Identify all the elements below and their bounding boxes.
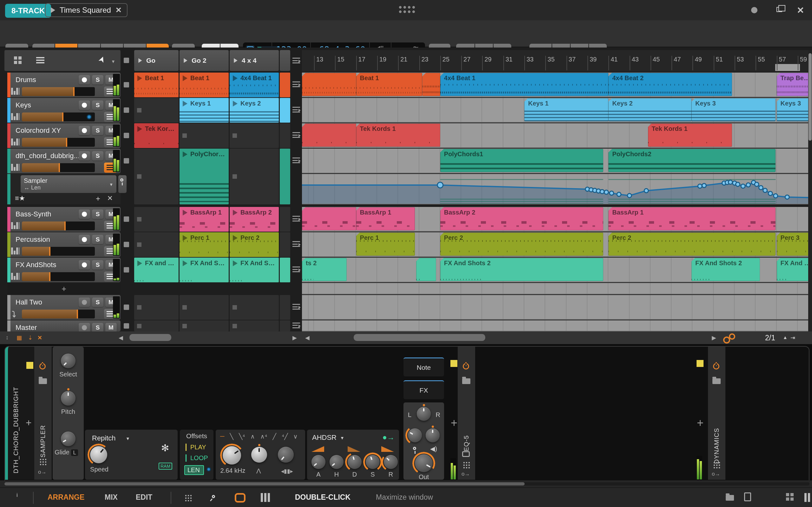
eq-display-toggle-icon[interactable] (462, 451, 470, 457)
add-device-button-2[interactable]: + (697, 416, 704, 430)
clip-slot[interactable] (134, 98, 179, 123)
track-volume-fader[interactable] (22, 112, 95, 121)
track-launcher-options-icon[interactable] (293, 132, 300, 138)
launcher-clip[interactable]: Perc 1 (180, 232, 229, 257)
file-panel-icon[interactable] (744, 493, 751, 501)
track-volume-fader[interactable] (22, 272, 95, 281)
clip-slot[interactable] (134, 232, 179, 257)
arranger-clip-keys-2[interactable]: Keys 2 (608, 98, 692, 121)
arranger-lane[interactable]: ts 2FX And Shots 2FX And Shots 2FX And S… (302, 258, 812, 282)
mixer-panel-icon[interactable] (804, 493, 811, 502)
arranger-clip-beat-1[interactable]: Beat 1 (356, 73, 422, 96)
clip-slot[interactable] (180, 320, 229, 331)
playback-mode-select[interactable]: Repitch (92, 434, 116, 442)
track-header-percussion[interactable]: PercussionSM (7, 232, 120, 257)
clip-stop-button[interactable] (124, 216, 129, 222)
track-header-drums[interactable]: DrumsSM (7, 72, 120, 97)
clip-slot[interactable] (280, 98, 290, 123)
track-solo-button[interactable]: S (92, 126, 103, 135)
dynamics-remote-icon[interactable] (713, 461, 720, 468)
ram-icon[interactable]: RAM (159, 463, 172, 469)
filter-bp-icon[interactable]: ∧ (251, 433, 255, 440)
ruler-bar-31[interactable]: 31 (503, 56, 513, 70)
track-header-bass-synth[interactable]: Bass-SynthSM (7, 207, 120, 232)
speed-knob[interactable] (90, 446, 107, 463)
clip-slot[interactable]: Tek Kords 1 (134, 123, 179, 148)
filter-type-row[interactable]: ─ ╲╲⁴ ∧∧⁴ ╱⁴╱ ∨ (220, 433, 298, 440)
arranger-lane[interactable] (302, 283, 812, 294)
ruler-bar-53[interactable]: 53 (734, 56, 744, 70)
view-tab-arrange[interactable]: ARRANGE (48, 493, 84, 502)
scene-header-partial[interactable] (280, 50, 290, 71)
pointer-tool-dropdown-icon[interactable]: ▼ (111, 59, 115, 64)
sampler-preset-icon[interactable] (39, 378, 47, 384)
clip-slot[interactable] (280, 258, 290, 282)
track-name[interactable]: FX AndShots (15, 261, 56, 269)
scene-play-icon[interactable] (138, 58, 142, 63)
timeline-ruler[interactable]: 1315171921232527293133353739414345474951… (302, 50, 812, 72)
ruler-bar-45[interactable]: 45 (651, 56, 660, 70)
window-restore-icon[interactable] (776, 7, 782, 12)
track-mute-button[interactable]: M (105, 323, 117, 331)
browser-icon[interactable] (726, 495, 734, 501)
clip-slot[interactable]: BassArp 1 (180, 207, 229, 232)
arranger-lane[interactable]: Beat 14x4 Beat 14x4 Beat 2Trap Beat 1 (302, 72, 812, 97)
view-tab-mix[interactable]: MIX (105, 493, 118, 502)
grid-panel-icon[interactable] (786, 493, 794, 501)
track-volume-fader[interactable] (22, 87, 95, 96)
filter-off-icon[interactable]: ─ (220, 433, 224, 440)
arranger-clip-fx-and-shots-2[interactable]: FX And Shots 2 (692, 258, 760, 281)
clip-slot[interactable]: FX and Shots 2 (134, 258, 179, 282)
ruler-bar-13[interactable]: 13 (314, 56, 323, 70)
arranger-clip-perc-2[interactable]: Perc 2 (440, 233, 603, 256)
ruler-bar-15[interactable]: 15 (335, 56, 344, 70)
automation-curves-icon[interactable]: ≡★ (15, 194, 26, 203)
track-volume-fader[interactable] (22, 163, 95, 172)
clip-slot[interactable] (280, 149, 290, 205)
clip-slot[interactable] (134, 320, 179, 331)
arranger-clip-trap-beat-1[interactable]: Trap Beat 1 (777, 73, 812, 96)
clip-slot[interactable]: 4x4 Beat 1 (230, 72, 279, 97)
launcher-clip[interactable]: Keys 1 (180, 98, 229, 123)
clip-slot[interactable]: Keys 2 (230, 98, 279, 123)
offset-loop[interactable]: LOOP (186, 454, 208, 462)
scene-header-go2[interactable]: Go 2 (180, 50, 229, 71)
arranger-clip-ts-2[interactable]: ts 2 (302, 258, 347, 281)
launcher-clip[interactable]: FX And Shots 2 (180, 258, 229, 282)
clip-slot[interactable] (230, 123, 279, 148)
clear-icon[interactable]: ✕ (38, 334, 42, 341)
arranger-clip[interactable] (302, 207, 356, 230)
spread-knob[interactable] (426, 429, 440, 442)
clip-slot[interactable]: FX And Shots 2 (230, 258, 279, 282)
clip-slot[interactable] (230, 149, 279, 205)
project-close-icon[interactable]: ✕ (115, 6, 122, 14)
track-launcher-options-icon[interactable] (293, 241, 300, 247)
note-io-icon[interactable] (211, 494, 216, 499)
modulation-dot[interactable] (87, 114, 92, 119)
arranger-clip[interactable] (302, 73, 356, 96)
clip-stop-button[interactable] (124, 133, 129, 138)
eq-select-handle[interactable] (450, 360, 457, 367)
add-device-left-button[interactable]: + (26, 417, 32, 429)
dynamics-preset-icon[interactable] (712, 378, 721, 384)
launcher-clip[interactable]: FX and Shots 2 (134, 258, 179, 282)
clip-slot[interactable]: Beat 1 (134, 72, 179, 97)
arranger-clip-bassarp-2[interactable]: BassArp 2 (440, 207, 603, 230)
track-launcher-options-icon[interactable] (293, 304, 300, 309)
glide-mode-badge[interactable]: L (71, 449, 78, 456)
launcher-view-icon[interactable]: ▦ (16, 334, 22, 341)
ruler-bar-55[interactable]: 55 (756, 56, 765, 70)
clip-stop-button[interactable] (124, 107, 129, 113)
arranger-lane[interactable]: PolyChords1PolyChords2 (302, 149, 812, 173)
follow-playback-icon[interactable]: ⇣ (28, 334, 33, 341)
sampler-remote-icon[interactable] (39, 458, 46, 465)
track-solo-button[interactable]: S (92, 75, 103, 84)
ruler-bar-37[interactable]: 37 (566, 56, 576, 70)
dynamics-device-name[interactable]: DYNAMICS (713, 391, 720, 464)
scene-header-go[interactable]: Go (134, 50, 179, 71)
track-name[interactable]: Percussion (15, 235, 50, 244)
automation-lane[interactable] (302, 174, 812, 205)
filter-env-knob[interactable] (278, 447, 294, 463)
single-panel-icon[interactable] (235, 493, 246, 503)
device-scroll-thumb[interactable] (4, 482, 525, 486)
